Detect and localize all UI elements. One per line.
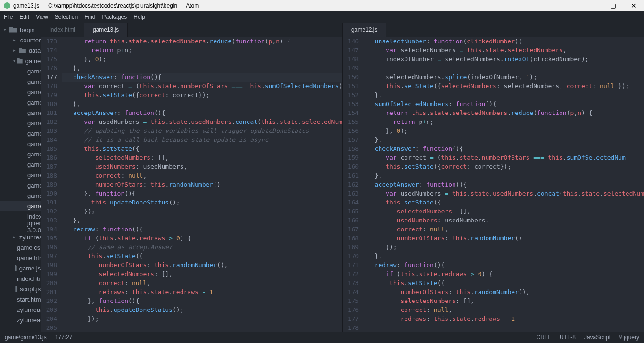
tree-item-label: game5.js xyxy=(27,120,41,127)
tree-item-game2-js[interactable]: game2.js xyxy=(0,87,41,97)
tree-item-game7-js[interactable]: game7.js xyxy=(0,139,41,149)
file-tree[interactable]: ▾ begin ▸counter▸data▾gamegame.cssgame1.… xyxy=(0,23,41,332)
tab-game13-js[interactable]: game13.js xyxy=(84,23,128,37)
tree-item-label: counter xyxy=(20,37,41,44)
tree-item-label: game7.js xyxy=(27,140,41,147)
titlebar: game13.js — C:\xampp\htdocs\testcodes\re… xyxy=(0,0,644,11)
left-editor-pane: index.html game13.js 1731741751761771781… xyxy=(41,23,342,332)
tree-item-zylunreactjs[interactable]: ▸zylunreactjs xyxy=(0,232,41,242)
tree-item-game-html[interactable]: game.html xyxy=(0,253,41,263)
tree-item-label: game3.js xyxy=(27,99,41,106)
tree-root-label: begin xyxy=(20,26,35,33)
tree-item-game8-js[interactable]: game8.js xyxy=(0,149,41,159)
close-button[interactable]: ✕ xyxy=(623,0,644,11)
tree-item-label: zylunreactjs xyxy=(19,234,41,241)
tree-item-game3-js[interactable]: game3.js xyxy=(0,97,41,107)
status-eol[interactable]: CRLF xyxy=(537,334,551,341)
git-branch-icon: ⑂ xyxy=(619,334,622,341)
tree-item-game[interactable]: ▾game xyxy=(0,56,41,66)
tree-item-game4-js[interactable]: game4.js xyxy=(0,107,41,118)
tree-item-label: jquery-3.0.0.min.js xyxy=(27,220,41,234)
menu-view[interactable]: View xyxy=(36,14,48,20)
tree-item-counter[interactable]: ▸counter xyxy=(0,35,41,45)
menu-selection[interactable]: Selection xyxy=(55,14,78,20)
tree-item-label: game.js xyxy=(19,265,41,272)
right-code-editor[interactable]: 1461471481491501511521531541551561571581… xyxy=(343,37,644,332)
left-code-editor[interactable]: 1731741751761771781791801811821831841851… xyxy=(41,37,342,332)
tree-item-label: game11.js xyxy=(27,182,41,189)
tree-item-label: game8.js xyxy=(27,151,41,158)
tree-item-jquery-3-0-0-min-js[interactable]: jquery-3.0.0.min.js xyxy=(0,221,41,232)
menu-find[interactable]: Find xyxy=(84,14,95,20)
tree-item-game-js[interactable]: game.js xyxy=(0,263,41,273)
menu-packages[interactable]: Packages xyxy=(102,14,127,20)
tree-item-label: game13.js xyxy=(27,203,41,210)
tree-item-game10-js[interactable]: game10.js xyxy=(0,170,41,180)
tree-item-label: game.css xyxy=(27,68,41,75)
tree-root[interactable]: ▾ begin xyxy=(0,24,41,35)
tree-item-label: game xyxy=(25,57,41,65)
menu-file[interactable]: File xyxy=(4,14,13,20)
status-encoding[interactable]: UTF-8 xyxy=(560,334,576,341)
tab-index-html[interactable]: index.html xyxy=(41,23,84,37)
tree-item-script-js[interactable]: script.js xyxy=(0,284,41,294)
folder-icon xyxy=(19,47,26,54)
chevron-icon: ▸ xyxy=(13,38,16,42)
tree-item-label: zylunreactjs.zip xyxy=(17,317,41,324)
atom-icon xyxy=(4,2,10,9)
tree-item-game6-js[interactable]: game6.js xyxy=(0,128,41,139)
tree-item-label: zylunreactjs.rar xyxy=(17,306,41,313)
file-icon xyxy=(15,286,17,292)
file-icon xyxy=(15,265,17,271)
tree-item-game5-js[interactable]: game5.js xyxy=(0,118,41,128)
tree-item-game13-js[interactable]: game13.js xyxy=(0,201,41,211)
status-file[interactable]: game\game13.js xyxy=(5,334,47,341)
tree-item-game12-js[interactable]: game12.js xyxy=(0,190,41,201)
tree-item-label: script.js xyxy=(20,286,41,293)
tree-item-label: game4.js xyxy=(27,109,41,116)
right-tabs: game12.js xyxy=(343,23,644,37)
statusbar: game\game13.js 177:27 CRLF UTF-8 JavaScr… xyxy=(0,332,644,343)
tree-item-label: game2.js xyxy=(27,89,41,96)
tree-item-label: game1.js xyxy=(27,78,41,85)
menubar: File Edit View Selection Find Packages H… xyxy=(0,11,644,23)
tree-item-index-html[interactable]: index.html xyxy=(0,273,41,284)
maximize-button[interactable]: ▢ xyxy=(603,0,623,11)
chevron-down-icon: ▾ xyxy=(4,27,8,32)
tree-item-label: game.html xyxy=(17,254,41,261)
tree-item-zylunreactjs-zip[interactable]: zylunreactjs.zip xyxy=(0,315,41,325)
folder-icon xyxy=(17,57,23,64)
tree-item-label: start.html xyxy=(17,296,41,303)
status-grammar[interactable]: JavaScript xyxy=(584,334,611,341)
menu-edit[interactable]: Edit xyxy=(19,14,29,20)
tree-item-label: game6.js xyxy=(27,130,41,137)
tree-item-label: game12.js xyxy=(27,192,41,199)
tree-item-label: game9.js xyxy=(27,161,41,168)
window-title: game13.js — C:\xampp\htdocs\testcodes\re… xyxy=(13,2,199,9)
tree-item-label: game10.js xyxy=(27,172,41,179)
tree-item-game11-js[interactable]: game11.js xyxy=(0,180,41,190)
chevron-icon: ▸ xyxy=(13,235,16,239)
tree-item-game-css[interactable]: game.css xyxy=(0,242,41,253)
left-tabs: index.html game13.js xyxy=(41,23,342,37)
tree-item-data[interactable]: ▸data xyxy=(0,45,41,56)
tree-item-game1-js[interactable]: game1.js xyxy=(0,76,41,87)
folder-icon xyxy=(9,26,17,33)
tree-item-zylunreactjs-rar[interactable]: zylunreactjs.rar xyxy=(0,304,41,315)
status-branch[interactable]: ⑂ jquery xyxy=(619,334,639,341)
tree-item-label: index.html xyxy=(17,275,41,282)
status-cursor[interactable]: 177:27 xyxy=(55,334,73,341)
tree-item-game-css[interactable]: game.css xyxy=(0,66,41,76)
tab-game12-js[interactable]: game12.js xyxy=(343,23,386,37)
chevron-icon: ▸ xyxy=(13,48,18,53)
tree-item-label: index.html xyxy=(27,213,41,220)
tree-item-label: game.css xyxy=(17,244,41,251)
chevron-icon: ▾ xyxy=(13,58,17,63)
tree-item-label: data xyxy=(29,47,41,54)
menu-help[interactable]: Help xyxy=(133,14,145,20)
right-editor-pane: game12.js 146147148149150151152153154155… xyxy=(342,23,644,332)
tree-item-game9-js[interactable]: game9.js xyxy=(0,159,41,170)
folder-icon xyxy=(17,37,17,43)
tree-item-start-html[interactable]: start.html xyxy=(0,294,41,304)
minimize-button[interactable]: — xyxy=(582,0,603,11)
